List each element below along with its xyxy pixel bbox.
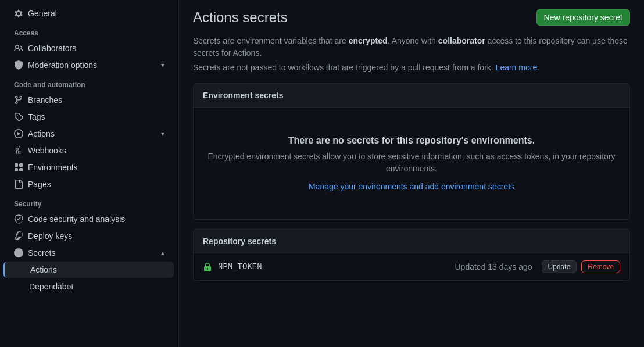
gear-icon [14,9,23,18]
play-icon [14,129,23,138]
secret-actions: Update Remove [542,260,620,273]
people-icon [14,44,23,53]
description-line2: Secrets are not passed to workflows that… [193,62,630,74]
sidebar-item-tags[interactable]: Tags [5,109,174,125]
secret-name: NPM_TOKEN [218,262,455,271]
desc-bold2: collaborator [438,36,485,45]
secret-row-npm-token: NPM_TOKEN Updated 13 days ago Update Rem… [194,253,629,280]
sidebar-environments-label: Environments [28,163,78,172]
manage-environments-link[interactable]: Manage your environments and add environ… [309,182,514,191]
sidebar-webhooks-label: Webhooks [28,146,66,155]
desc-pre1: Secrets are environment variables that a… [193,36,349,45]
new-repository-secret-button[interactable]: New repository secret [536,9,630,26]
sidebar-moderation-label: Moderation options [28,60,97,70]
page-title: Actions secrets [193,9,288,26]
sidebar-actions-label: Actions [28,129,55,138]
page-icon [14,180,23,189]
sidebar-secrets-label: Secrets [28,248,55,257]
main-content: Actions secrets New repository secret Se… [179,0,644,347]
description-block: Secrets are environment variables that a… [193,35,630,74]
environment-secrets-empty: There are no secrets for this repository… [194,108,629,219]
shield-icon [14,60,23,70]
environment-secrets-card: Environment secrets There are no secrets… [193,83,630,220]
sidebar-item-branches[interactable]: Branches [5,92,174,108]
sidebar-deploy-keys-label: Deploy keys [28,231,72,241]
branch-icon [14,95,23,105]
sidebar-item-collaborators[interactable]: Collaborators [5,40,174,56]
tag-icon [14,112,23,121]
chevron-up-icon: ▴ [161,249,164,257]
sidebar-section-security: Security [0,193,178,210]
sidebar-item-pages[interactable]: Pages [5,176,174,192]
sidebar-branches-label: Branches [28,95,62,105]
sidebar-item-actions[interactable]: Actions ▾ [5,126,174,142]
sidebar-general-label: General [28,9,57,18]
empty-title: There are no secrets for this repository… [203,135,620,146]
sidebar-subitem-secrets-dependabot[interactable]: Dependabot [5,278,174,295]
grid-icon [14,163,23,172]
key-icon [14,231,23,241]
description-line1: Secrets are environment variables that a… [193,35,630,59]
sidebar-collaborators-label: Collaborators [28,44,76,53]
sidebar-item-webhooks[interactable]: Webhooks [5,142,174,159]
sidebar-pages-label: Pages [28,180,51,189]
sidebar-section-access: Access [0,22,178,40]
sidebar-code-security-label: Code security and analysis [28,214,125,224]
sidebar-section-code: Code and automation [0,74,178,91]
sidebar-item-secrets[interactable]: Secrets ▴ [5,245,174,261]
sidebar-item-environments[interactable]: Environments [5,159,174,176]
webhook-icon [14,146,23,155]
sidebar-subitem-actions-label: Actions [30,265,57,274]
remove-button[interactable]: Remove [581,260,620,273]
sidebar-item-deploy-keys[interactable]: Deploy keys [5,228,174,244]
update-button[interactable]: Update [542,260,577,273]
sidebar-item-general[interactable]: General [5,5,174,22]
sidebar-tags-label: Tags [28,112,45,121]
sidebar-subitem-secrets-actions[interactable]: Actions [3,262,174,278]
learn-more-link[interactable]: Learn more [496,63,538,72]
page-header: Actions secrets New repository secret [193,9,630,26]
repository-secrets-card: Repository secrets NPM_TOKEN Updated 13 … [193,229,630,281]
sidebar-item-moderation[interactable]: Moderation options ▾ [5,57,174,73]
desc-mid1: . Anyone with [388,36,438,45]
empty-desc: Encrypted environment secrets allow you … [203,151,620,175]
desc-pre2: Secrets are not passed to workflows that… [193,63,496,72]
lock-icon [203,262,212,272]
chevron-down-icon: ▾ [161,130,164,138]
shield-check-icon [14,214,23,224]
desc-post2: . [537,63,539,72]
sidebar-item-code-security[interactable]: Code security and analysis [5,211,174,227]
sidebar: General Access Collaborators Moderation … [0,0,179,347]
environment-secrets-header: Environment secrets [194,84,629,108]
repository-secrets-header: Repository secrets [194,230,629,253]
desc-bold1: encrypted [349,36,388,45]
chevron-down-icon: ▾ [161,61,164,69]
secret-updated: Updated 13 days ago [455,262,532,271]
sidebar-subitem-dependabot-label: Dependabot [29,282,73,291]
plus-circle-icon [14,248,23,257]
